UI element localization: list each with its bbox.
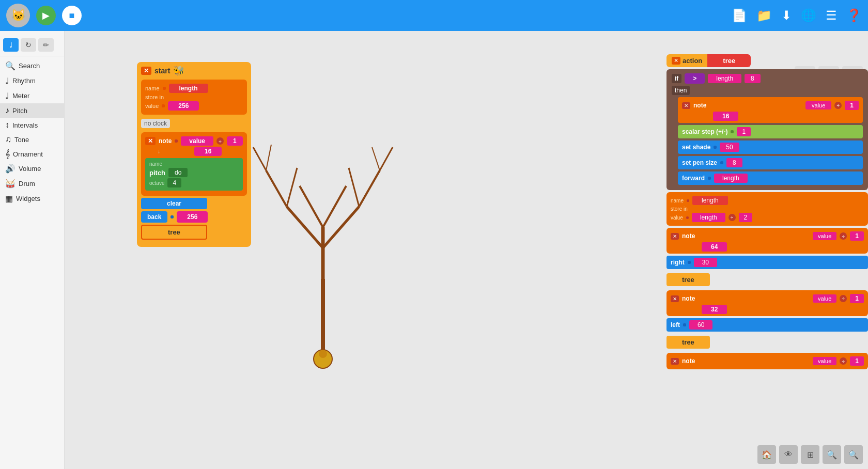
left-val[interactable]: 60 <box>689 320 712 330</box>
note-x-button[interactable]: ✕ <box>145 137 156 145</box>
sidebar-item-meter[interactable]: ♩ Meter <box>0 88 64 103</box>
widgets-icon: ▦ <box>5 194 13 204</box>
new-file-icon[interactable]: 📄 <box>732 8 747 23</box>
pitch-icon: ♪ <box>5 106 9 115</box>
home-button[interactable]: 🏠 <box>757 445 776 464</box>
tab-music[interactable]: ♩ <box>3 38 19 52</box>
zoom-in-button[interactable]: 🔍 <box>844 445 863 464</box>
sidebar-item-pitch[interactable]: ♪ Pitch <box>0 103 64 118</box>
globe-icon[interactable]: 🌐 <box>801 8 816 23</box>
if-row: if > length 8 <box>672 73 863 84</box>
avatar[interactable]: 🐱 <box>6 4 30 27</box>
if-block[interactable]: if > length 8 then ✕ note value ÷ 1 <box>667 69 868 190</box>
action-tree-label[interactable]: tree <box>707 54 751 67</box>
if-note-x[interactable]: ✕ <box>682 102 690 109</box>
set-shade-block[interactable]: set shade 50 <box>678 140 863 154</box>
tab-refresh[interactable]: ↻ <box>21 38 36 52</box>
store-in-block-right[interactable]: name length store in value length ÷ 2 <box>667 192 868 226</box>
forward-block[interactable]: forward length <box>678 171 863 185</box>
back-block[interactable]: back <box>141 211 167 223</box>
main-canvas[interactable]: ⊞ ✏ ✕ ✕ start 🐝 name length store in <box>65 31 868 469</box>
action-x[interactable]: ✕ <box>672 57 680 65</box>
then-row: then <box>672 86 863 95</box>
help-icon[interactable]: ❓ <box>846 8 862 23</box>
right-block[interactable]: right 30 <box>667 256 868 269</box>
sidebar-item-ornament[interactable]: 𝄞 Ornament <box>0 147 64 161</box>
sidebar-item-rhythm[interactable]: ♩ Rhythm <box>0 73 64 88</box>
action-block[interactable]: ✕ action <box>667 54 707 67</box>
pen-val[interactable]: 8 <box>726 158 742 167</box>
tone-icon: ♫ <box>5 135 11 144</box>
note-val-16[interactable]: 16 <box>194 147 222 156</box>
sidebar-item-widgets[interactable]: ▦ Widgets <box>0 191 64 206</box>
back-value-block[interactable]: 256 <box>177 211 208 223</box>
scalar-val[interactable]: 1 <box>737 127 751 136</box>
note3-x[interactable]: ✕ <box>671 295 679 302</box>
pitch-name-label: name <box>149 161 162 167</box>
octave-val[interactable]: 4 <box>167 178 181 187</box>
gt-label: > <box>693 75 696 82</box>
stop-button[interactable]: ■ <box>62 6 82 25</box>
zoom-button[interactable]: 🔍 <box>823 445 841 464</box>
folder-icon[interactable]: 📁 <box>756 8 772 23</box>
set-pen-block[interactable]: set pen size 8 <box>678 156 863 169</box>
play-button[interactable]: ▶ <box>36 6 56 25</box>
down-arrow: ↓ <box>158 149 160 154</box>
tree2-block[interactable]: tree <box>667 273 710 286</box>
length-val-block[interactable]: length <box>692 213 725 222</box>
ornament-icon: 𝄞 <box>5 149 10 159</box>
top-right-icons: 📄 📁 ⬇ 🌐 ☰ ❓ <box>732 8 862 23</box>
sidebar: ♩ ↻ ✏ 🔍 Search ♩ Rhythm ♩ Meter ♪ Pitch … <box>0 31 65 469</box>
download-icon[interactable]: ⬇ <box>781 8 792 23</box>
note2-block[interactable]: ✕ note value ÷ 1 64 <box>667 228 868 254</box>
note4-value: value <box>813 357 836 365</box>
sidebar-label-pitch: Pitch <box>12 107 27 115</box>
note2-value: value <box>813 232 836 240</box>
note2-val1[interactable]: 1 <box>850 231 864 241</box>
if-val-8[interactable]: 8 <box>745 74 761 83</box>
grid-button[interactable]: ⊞ <box>801 445 819 464</box>
if-note-val16[interactable]: 16 <box>713 112 738 121</box>
scalar-step-block[interactable]: scalar step (+/-) 1 <box>678 125 863 138</box>
left-block[interactable]: left 60 <box>667 318 868 332</box>
menu-icon[interactable]: ☰ <box>826 8 837 23</box>
clear-block[interactable]: clear <box>141 198 207 209</box>
note3-block[interactable]: ✕ note value ÷ 1 32 <box>667 290 868 316</box>
volume-icon: 🔊 <box>5 164 16 174</box>
sidebar-item-intervals[interactable]: ↕ Intervals <box>0 118 64 132</box>
length-block[interactable]: length <box>169 84 208 93</box>
sidebar-item-search[interactable]: 🔍 Search <box>0 58 64 73</box>
if-note-block[interactable]: ✕ note value ÷ 1 16 <box>678 97 863 123</box>
eye-button[interactable]: 👁 <box>779 445 798 464</box>
note3-val1[interactable]: 1 <box>850 294 864 303</box>
divide-val[interactable]: 2 <box>739 213 753 222</box>
note2-val64[interactable]: 64 <box>702 242 727 252</box>
if-note-val1[interactable]: 1 <box>845 101 859 110</box>
note3-label: note <box>682 295 695 302</box>
sidebar-item-drum[interactable]: 🥁 Drum <box>0 176 64 191</box>
shade-val[interactable]: 50 <box>720 143 739 152</box>
start-x-button[interactable]: ✕ <box>141 67 151 75</box>
right-val[interactable]: 30 <box>694 258 717 267</box>
note4-x[interactable]: ✕ <box>671 358 679 365</box>
note3-val32[interactable]: 32 <box>702 305 727 314</box>
note2-header: ✕ note value ÷ 1 <box>671 231 864 241</box>
note4-block[interactable]: ✕ note value ÷ 1 <box>667 353 868 369</box>
sidebar-item-tone[interactable]: ♫ Tone <box>0 132 64 147</box>
tree3-block[interactable]: tree <box>667 336 710 349</box>
svg-point-16 <box>318 361 328 367</box>
do-block[interactable]: do <box>168 168 188 177</box>
length-name-block[interactable]: length <box>692 196 728 205</box>
note2-x[interactable]: ✕ <box>671 233 679 240</box>
store-row1: name length <box>671 196 864 205</box>
tree-block-left[interactable]: tree <box>141 225 207 240</box>
tab-edit[interactable]: ✏ <box>38 38 54 52</box>
note4-header: ✕ note value ÷ 1 <box>671 356 864 366</box>
svg-line-9 <box>359 170 380 207</box>
sidebar-item-volume[interactable]: 🔊 Volume <box>0 161 64 176</box>
svg-line-7 <box>287 168 297 207</box>
forward-length[interactable]: length <box>714 174 748 183</box>
note4-val1[interactable]: 1 <box>850 356 864 366</box>
if-length-block[interactable]: length <box>708 74 741 83</box>
value-256-block[interactable]: 256 <box>168 101 199 111</box>
